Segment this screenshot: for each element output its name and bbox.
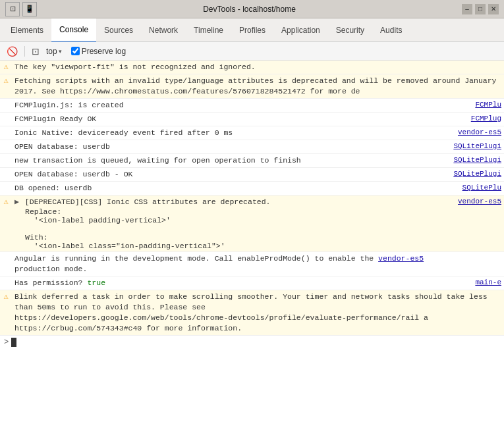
entry-text-blink: Blink deferred a task in order to make s… — [12, 290, 504, 335]
tab-audits[interactable]: Audits — [372, 18, 410, 42]
console-toolbar: 🚫 ⊡ top ▾ Preserve log — [0, 42, 504, 61]
log-icon-8 — [0, 252, 12, 253]
entry-source-open-db2[interactable]: SQLitePlugi — [451, 168, 504, 179]
log-icon-7 — [0, 182, 12, 183]
vendor-es5-link[interactable]: vendor-es5 — [378, 254, 424, 263]
cursor-caret — [11, 338, 16, 347]
console-input-line[interactable]: > — [0, 336, 504, 349]
log-icon-9 — [0, 276, 12, 278]
entry-source-deprecated-css[interactable]: vendor-es5 — [455, 196, 504, 207]
console-output: ⚠ The key "viewport-fit" is not recogniz… — [0, 61, 504, 445]
entry-text-viewport-fit: The key "viewport-fit" is not recognized… — [12, 61, 504, 74]
cursor-prompt: > — [4, 338, 9, 347]
tab-console[interactable]: Console — [51, 18, 96, 42]
title-bar-left-icons: ⊡ 📱 — [5, 2, 37, 16]
entry-text-open-db1: OPEN database: userdb — [12, 140, 451, 153]
entry-source-fcm-ready[interactable]: FCMPlug — [468, 113, 504, 124]
console-entry-fcm-created: FCMPlugin.js: is created FCMPlu — [0, 99, 504, 113]
log-icon-3 — [0, 126, 12, 128]
entry-text-permission: Has permission? true — [12, 276, 472, 290]
filter-arrow-icon: ▾ — [59, 48, 62, 55]
console-entry-fcm-ready: FCMPlugin Ready OK FCMPlug — [0, 113, 504, 126]
window-title: DevTools - localhost/home — [37, 5, 462, 14]
entry-text-db-opened: DB opened: userdb — [12, 182, 460, 195]
tab-elements[interactable]: Elements — [3, 18, 51, 42]
replace-label: Replace: — [25, 207, 453, 216]
console-entry-fetch-scripts: ⚠ Fetching scripts with an invalid type/… — [0, 74, 504, 99]
expand-arrow-icon[interactable]: ▶ — [14, 197, 19, 206]
deprecated-css-detail: Replace: '<ion-label padding-vertical>' … — [14, 206, 453, 250]
permission-true-value: true — [87, 278, 105, 287]
warning-icon-1: ⚠ — [0, 61, 12, 72]
tab-profiles[interactable]: Profiles — [231, 18, 273, 42]
log-icon-1 — [0, 99, 12, 100]
console-entry-permission: Has permission? true main-e — [0, 276, 504, 290]
log-icon-6 — [0, 168, 12, 169]
tab-sources[interactable]: Sources — [96, 18, 141, 42]
filter-button[interactable]: ⊡ — [29, 45, 42, 58]
console-entry-viewport-fit: ⚠ The key "viewport-fit" is not recogniz… — [0, 61, 504, 74]
tab-timeline[interactable]: Timeline — [186, 18, 231, 42]
preserve-log-checkbox[interactable] — [71, 47, 80, 55]
console-entry-transaction: new transaction is queued, waiting for o… — [0, 154, 504, 168]
blank-line — [25, 224, 453, 233]
entry-text-transaction: new transaction is queued, waiting for o… — [12, 154, 451, 167]
deprecated-css-header: ▶ [DEPRECATED][CSS] Ionic CSS attributes… — [14, 197, 453, 206]
tab-network[interactable]: Network — [141, 18, 186, 42]
entry-source-fcm-created[interactable]: FCMPlu — [472, 99, 504, 110]
warning-icon-2: ⚠ — [0, 74, 12, 86]
log-icon-5 — [0, 154, 12, 155]
console-entry-deviceready: Ionic Native: deviceready event fired af… — [0, 126, 504, 140]
entry-source-permission[interactable]: main-e — [472, 276, 504, 288]
toolbar-separator-1 — [24, 46, 25, 57]
device-icon[interactable]: 📱 — [22, 2, 37, 16]
log-icon-2 — [0, 113, 12, 114]
console-entry-blink: ⚠ Blink deferred a task in order to make… — [0, 290, 504, 336]
replace-code: '<ion-label padding-vertical>' — [25, 216, 453, 224]
entry-source-deviceready[interactable]: vendor-es5 — [455, 126, 504, 138]
clear-console-button[interactable]: 🚫 — [4, 45, 20, 58]
entry-text-open-db2: OPEN database: userdb - OK — [12, 168, 451, 181]
console-entry-open-db1: OPEN database: userdb SQLitePlugi — [0, 140, 504, 154]
devtools-tab-bar: Elements Console Sources Network Timelin… — [0, 18, 504, 42]
entry-text-deprecated-css: [DEPRECATED][CSS] Ionic CSS attributes a… — [25, 197, 271, 206]
with-code: '<ion-label class="ion-padding-vertical"… — [25, 242, 453, 250]
maximize-button[interactable]: □ — [475, 4, 486, 14]
warning-icon-3: ⚠ — [0, 196, 12, 207]
entry-text-fcm-created: FCMPlugin.js: is created — [12, 99, 472, 112]
log-icon-4 — [0, 140, 12, 142]
close-button[interactable]: ✕ — [488, 4, 499, 14]
warning-icon-4: ⚠ — [0, 290, 12, 301]
console-entry-open-db2: OPEN database: userdb - OK SQLitePlugi — [0, 168, 504, 182]
entry-source-transaction[interactable]: SQLitePlugi — [451, 154, 504, 165]
title-bar: ⊡ 📱 DevTools - localhost/home – □ ✕ — [0, 0, 504, 18]
console-entry-angular-dev: Angular is running in the development mo… — [0, 252, 504, 276]
dock-icon[interactable]: ⊡ — [5, 2, 20, 16]
entry-source-db-opened[interactable]: SQLitePlu — [460, 182, 504, 193]
minimize-button[interactable]: – — [462, 4, 472, 14]
preserve-log-text: Preserve log — [82, 47, 126, 56]
tab-application[interactable]: Application — [273, 18, 328, 42]
filter-value: top — [46, 47, 57, 56]
entry-text-fcm-ready: FCMPlugin Ready OK — [12, 113, 468, 126]
entry-text-angular-dev: Angular is running in the development mo… — [12, 252, 504, 276]
console-entry-deprecated-css: ⚠ ▶ [DEPRECATED][CSS] Ionic CSS attribut… — [0, 196, 504, 252]
entry-source-open-db1[interactable]: SQLitePlugi — [451, 140, 504, 151]
with-label: With: — [25, 233, 453, 242]
entry-text-fetch-scripts: Fetching scripts with an invalid type/la… — [12, 74, 504, 98]
console-entry-db-opened: DB opened: userdb SQLitePlu — [0, 182, 504, 196]
filter-dropdown[interactable]: top ▾ — [46, 47, 62, 56]
entry-text-deviceready: Ionic Native: deviceready event fired af… — [12, 126, 455, 140]
window-controls: – □ ✕ — [462, 4, 499, 14]
preserve-log-label[interactable]: Preserve log — [71, 47, 126, 56]
tab-security[interactable]: Security — [328, 18, 372, 42]
